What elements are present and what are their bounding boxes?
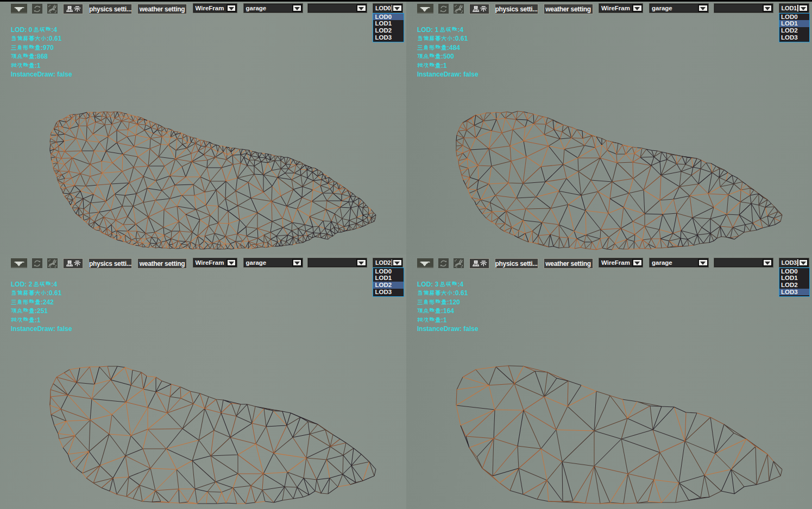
svg-text::164: :164 bbox=[441, 307, 454, 315]
svg-text::1: :1 bbox=[35, 316, 41, 324]
svg-text:InstanceDraw: false: InstanceDraw: false bbox=[11, 71, 72, 78]
svg-text::4: :4 bbox=[457, 281, 463, 288]
svg-text::1: :1 bbox=[441, 316, 447, 324]
svg-text:InstanceDraw: false: InstanceDraw: false bbox=[11, 325, 72, 333]
svg-text::0.61: :0.61 bbox=[453, 289, 468, 297]
svg-text::1: :1 bbox=[441, 62, 447, 69]
svg-text::868: :868 bbox=[35, 53, 48, 60]
svg-text::484: :484 bbox=[447, 44, 460, 52]
svg-text:LOD: 2: LOD: 2 bbox=[11, 281, 33, 288]
svg-text::4: :4 bbox=[52, 281, 58, 288]
svg-text:InstanceDraw: false: InstanceDraw: false bbox=[417, 325, 479, 333]
svg-text::251: :251 bbox=[35, 307, 48, 315]
svg-text:LOD: 0: LOD: 0 bbox=[11, 26, 33, 34]
svg-text:LOD: 1: LOD: 1 bbox=[417, 26, 439, 34]
svg-text:LOD: 3: LOD: 3 bbox=[417, 281, 439, 288]
svg-text:InstanceDraw: false: InstanceDraw: false bbox=[417, 71, 479, 78]
svg-text::4: :4 bbox=[52, 26, 58, 34]
svg-text::120: :120 bbox=[447, 298, 460, 306]
svg-text::500: :500 bbox=[441, 53, 454, 60]
svg-text::0.61: :0.61 bbox=[47, 289, 62, 297]
svg-text::0.61: :0.61 bbox=[47, 35, 62, 42]
svg-text::970: :970 bbox=[41, 44, 54, 52]
svg-text::0.61: :0.61 bbox=[453, 35, 468, 42]
svg-text::242: :242 bbox=[41, 298, 54, 306]
svg-text::4: :4 bbox=[457, 26, 463, 34]
svg-text::1: :1 bbox=[35, 62, 41, 69]
